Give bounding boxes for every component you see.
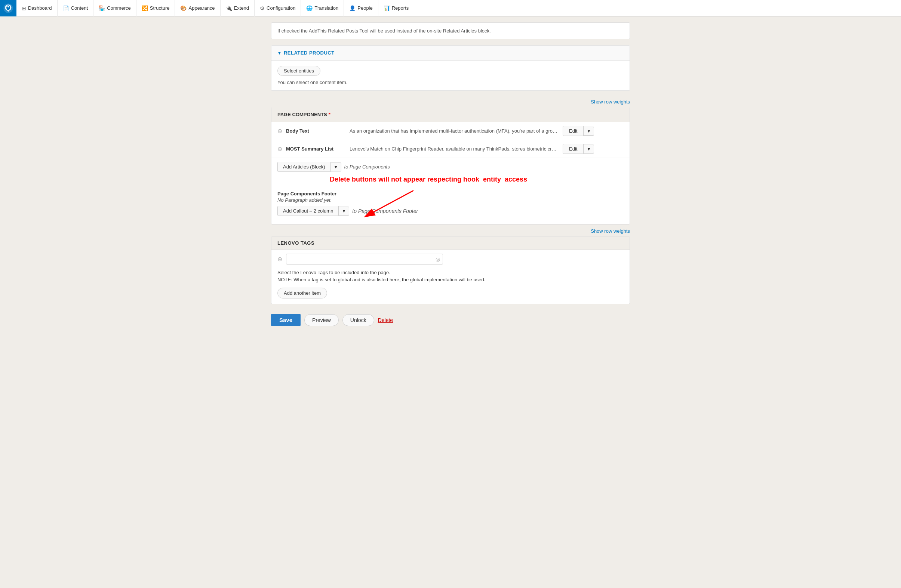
nav-content[interactable]: 📄 Content (58, 0, 94, 16)
most-summary-edit-group: Edit ▼ (563, 144, 594, 154)
related-product-title: RELATED PRODUCT (284, 50, 335, 56)
lenovo-tags-input-row: ⊕ ◎ (271, 250, 630, 268)
nav-configuration-label: Configuration (267, 5, 295, 11)
structure-icon: 🔀 (142, 5, 148, 11)
page-components-footer-section: Page Components Footer No Paragraph adde… (277, 191, 624, 216)
lenovo-tags-header: LENOVO TAGS (271, 236, 630, 250)
dashboard-icon: ⊞ (22, 5, 26, 11)
nav-content-label: Content (71, 5, 88, 11)
nav-reports-label: Reports (392, 5, 409, 11)
annotation-container: Delete buttons will not appear respectin… (271, 176, 630, 224)
lenovo-tags-note: NOTE: When a tag is set to global and is… (271, 277, 630, 286)
most-summary-label: MOST Summary List (286, 146, 346, 152)
lenovo-tags-input-wrapper: ◎ (286, 254, 443, 264)
show-row-weights-link[interactable]: Show row weights (591, 99, 630, 104)
lenovo-tags-description: Select the Lenovo Tags to be included in… (271, 268, 630, 277)
page-component-row-most-summary: ⊕ MOST Summary List Lenovo's Match on Ch… (271, 140, 630, 158)
note-label: NOTE: (277, 277, 292, 282)
most-summary-content: Lenovo's Match on Chip Fingerprint Reade… (349, 146, 559, 152)
show-row-weights-container: Show row weights (271, 226, 630, 236)
people-icon: 👤 (349, 5, 355, 11)
nav-extend-label: Extend (234, 5, 249, 11)
lenovo-tags-title: LENOVO TAGS (277, 240, 315, 246)
unlock-button[interactable]: Unlock (343, 314, 374, 326)
lenovo-tags-drag-handle[interactable]: ⊕ (277, 255, 282, 263)
nav-appearance[interactable]: 🎨 Appearance (175, 0, 220, 16)
add-callout-button[interactable]: Add Callout – 2 column (277, 206, 339, 216)
page-component-row-body-text: ⊕ Body Text As an organization that has … (271, 122, 630, 140)
site-logo[interactable] (0, 0, 16, 16)
body-text-label: Body Text (286, 128, 346, 134)
nav-commerce[interactable]: 🏪 Commerce (94, 0, 136, 16)
nav-extend[interactable]: 🔌 Extend (221, 0, 255, 16)
lenovo-tags-input[interactable] (286, 254, 443, 264)
save-button[interactable]: Save (271, 314, 301, 326)
related-product-card: ▼ RELATED PRODUCT Select entities You ca… (271, 45, 630, 91)
body-text-edit-group: Edit ▼ (563, 126, 594, 136)
add-another-item-button[interactable]: Add another item (277, 288, 327, 299)
show-row-weights-link-2[interactable]: Show row weights (591, 228, 630, 234)
commerce-icon: 🏪 (99, 5, 105, 11)
nav-configuration[interactable]: ⚙ Configuration (255, 0, 301, 16)
add-articles-button[interactable]: Add Articles (Block) (277, 162, 331, 172)
main-navbar: ⊞ Dashboard 📄 Content 🏪 Commerce 🔀 Struc… (0, 0, 901, 16)
triangle-icon: ▼ (277, 51, 282, 55)
page-components-title: PAGE COMPONENTS (277, 112, 327, 117)
row-weights-container: Show row weights (271, 97, 630, 107)
delete-button[interactable]: Delete (378, 317, 393, 323)
body-text-edit-button[interactable]: Edit (563, 126, 584, 136)
nav-dashboard[interactable]: ⊞ Dashboard (16, 0, 58, 16)
add-articles-section: Add Articles (Block) ▼ to Page Component… (271, 158, 630, 224)
appearance-icon: 🎨 (180, 5, 187, 11)
add-footer-row: Add Callout – 2 column ▼ to Page Compone… (277, 206, 624, 216)
top-info-text: If checked the AddThis Related Posts Too… (277, 28, 491, 34)
nav-translation[interactable]: 🌐 Translation (301, 0, 344, 16)
add-callout-btn-group: Add Callout – 2 column ▼ (277, 206, 349, 216)
most-summary-edit-dropdown[interactable]: ▼ (584, 145, 594, 154)
nav-people-label: People (357, 5, 373, 11)
select-entities-button[interactable]: Select entities (277, 66, 320, 76)
page-components-footer-label: Page Components Footer (277, 191, 624, 196)
no-paragraph-text: No Paragraph added yet. (277, 197, 624, 203)
nav-people[interactable]: 👤 People (344, 0, 378, 16)
required-star: * (329, 112, 330, 117)
annotation-text: Delete buttons will not appear respectin… (330, 176, 527, 184)
add-articles-row: Add Articles (Block) ▼ to Page Component… (271, 158, 630, 176)
page-components-header: PAGE COMPONENTS * (271, 107, 630, 122)
drag-handle-most-summary[interactable]: ⊕ (277, 145, 282, 152)
translation-icon: 🌐 (306, 5, 313, 11)
search-circle-icon: ◎ (435, 256, 440, 262)
related-product-header: ▼ RELATED PRODUCT (271, 45, 630, 61)
add-articles-btn-group: Add Articles (Block) ▼ (277, 162, 341, 172)
nav-commerce-label: Commerce (107, 5, 131, 11)
svg-point-2 (8, 6, 9, 7)
nav-reports[interactable]: 📊 Reports (378, 0, 415, 16)
nav-structure-label: Structure (150, 5, 170, 11)
top-info-box: If checked the AddThis Related Posts Too… (271, 22, 630, 39)
nav-translation-label: Translation (315, 5, 338, 11)
most-summary-edit-button[interactable]: Edit (563, 144, 584, 154)
nav-structure[interactable]: 🔀 Structure (136, 0, 175, 16)
nav-dashboard-label: Dashboard (28, 5, 52, 11)
lenovo-tags-card: LENOVO TAGS ⊕ ◎ Select the Lenovo Tags t… (271, 236, 630, 304)
related-product-body: Select entities You can select one conte… (271, 61, 630, 90)
nav-appearance-label: Appearance (189, 5, 215, 11)
body-text-edit-dropdown[interactable]: ▼ (584, 127, 594, 135)
preview-button[interactable]: Preview (304, 314, 339, 326)
extend-icon: 🔌 (226, 5, 232, 11)
note-text: When a tag is set to global and is also … (292, 277, 486, 282)
can-select-text: You can select one content item. (277, 79, 624, 85)
add-articles-dropdown[interactable]: ▼ (331, 162, 341, 171)
drag-handle-body-text[interactable]: ⊕ (277, 128, 282, 134)
body-text-content: As an organization that has implemented … (349, 128, 559, 134)
main-content: If checked the AddThis Related Posts Too… (267, 22, 634, 345)
reports-icon: 📊 (383, 5, 390, 11)
action-row: Save Preview Unlock Delete (271, 310, 630, 334)
add-to-page-components-text: to Page Components (344, 164, 390, 170)
configuration-icon: ⚙ (260, 5, 265, 11)
add-to-footer-text: to Page Components Footer (352, 208, 418, 214)
content-icon: 📄 (63, 5, 69, 11)
page-components-card: PAGE COMPONENTS * ⊕ Body Text As an orga… (271, 107, 630, 224)
add-callout-dropdown[interactable]: ▼ (339, 207, 349, 216)
